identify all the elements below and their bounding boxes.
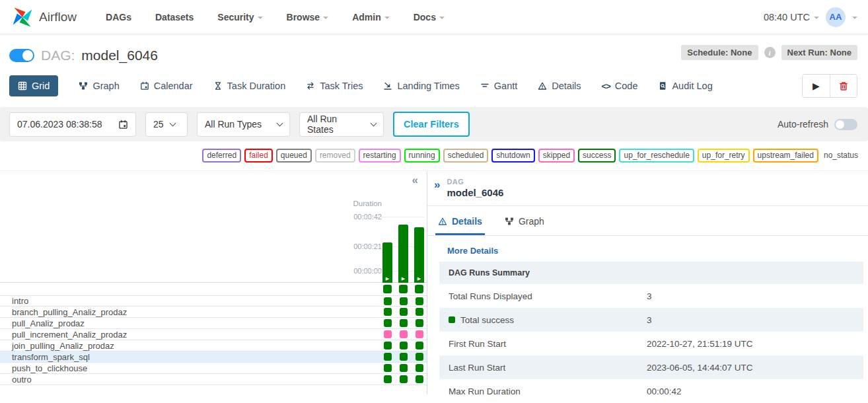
run-states-select[interactable]: All Run States: [299, 112, 384, 137]
view-tab-task-tries[interactable]: Task Tries: [306, 81, 363, 91]
details-icon: [538, 81, 547, 91]
legend-badge-restarting: restarting: [359, 149, 401, 163]
nav-item-datasets[interactable]: Datasets: [155, 12, 194, 22]
legend-badge-up-for-retry: up_for_retry: [698, 149, 750, 163]
task-instance-square[interactable]: [416, 308, 423, 316]
dag-run-square[interactable]: [383, 285, 392, 293]
chevron-down-icon[interactable]: [852, 17, 857, 19]
chevron-down-icon: [277, 120, 283, 126]
task-row-intro[interactable]: intro: [0, 295, 427, 307]
grid-icon: [18, 81, 27, 91]
dag-run-square[interactable]: [415, 285, 423, 293]
task-instance-square[interactable]: [400, 308, 408, 316]
task-row-join-pulling-analiz-prodaz[interactable]: join_pulling_Analiz_prodaz: [0, 340, 427, 351]
task-instance-square[interactable]: [416, 297, 423, 305]
task-instance-square[interactable]: [384, 375, 392, 383]
task-instance-square[interactable]: [416, 364, 423, 372]
summary-row-value: 00:00:42: [647, 386, 682, 396]
nav-right: 08:40 UTC AA: [764, 7, 857, 27]
task-instance-square[interactable]: [384, 308, 392, 316]
view-tab-audit-log[interactable]: Audit Log: [658, 81, 712, 91]
task-row-push-to-clickhouse[interactable]: push_to_clickhouse: [0, 363, 427, 374]
dag-run-duration-bar[interactable]: ▶: [382, 242, 392, 283]
main-content: « Duration 00:00:4200:00:2100:00:00▶▶▶ i…: [0, 171, 868, 394]
info-icon[interactable]: i: [764, 47, 776, 58]
dag-run-square[interactable]: [399, 285, 408, 293]
delete-dag-button[interactable]: [830, 75, 857, 97]
dag-pause-toggle[interactable]: [9, 49, 34, 62]
run-states-value: All Run States: [307, 114, 365, 135]
task-instance-square[interactable]: [400, 353, 408, 361]
page-size-select[interactable]: 25: [145, 112, 188, 137]
airflow-brand[interactable]: Airflow: [11, 5, 77, 29]
task-instance-square[interactable]: [416, 353, 423, 361]
task-row-pull-increment-analiz-prodaz[interactable]: pull_increment_Analiz_prodaz: [0, 329, 427, 340]
panel-kicker: DAG: [447, 178, 503, 186]
task-instance-square[interactable]: [384, 342, 392, 349]
brand-name: Airflow: [39, 10, 77, 24]
task-instance-square[interactable]: [416, 319, 423, 327]
task-instance-square[interactable]: [400, 375, 408, 383]
task-instance-square[interactable]: [400, 297, 408, 305]
auto-refresh-toggle[interactable]: [834, 119, 857, 130]
view-tab-grid[interactable]: Grid: [9, 75, 58, 96]
task-name: pull_Analiz_prodaz: [12, 318, 85, 328]
duration-axis-title: Duration: [353, 200, 382, 207]
task-instance-square[interactable]: [400, 330, 408, 338]
run-types-value: All Run Types: [205, 119, 262, 129]
task-instance-square[interactable]: [416, 330, 423, 338]
task-instance-square[interactable]: [384, 319, 392, 327]
trigger-dag-button[interactable]: ▶: [803, 75, 830, 97]
clear-filters-button[interactable]: Clear Filters: [393, 112, 470, 137]
task-instance-square[interactable]: [416, 375, 423, 383]
dag-run-duration-bar[interactable]: ▶: [414, 227, 424, 283]
nav-item-dags[interactable]: DAGs: [106, 12, 131, 22]
task-row-transform-spark-sql[interactable]: transform_spark_sql: [0, 351, 427, 363]
nav-item-security[interactable]: Security: [217, 12, 262, 22]
view-tab-details[interactable]: Details: [538, 81, 581, 91]
task-name: transform_spark_sql: [12, 352, 90, 362]
base-date-input[interactable]: 07.06.2023 08:38:58: [9, 112, 136, 137]
task-instance-square[interactable]: [400, 319, 408, 327]
view-tab-code[interactable]: <>Code: [602, 81, 638, 91]
dag-action-buttons: ▶: [802, 74, 857, 98]
view-tab-landing-times[interactable]: Landing Times: [383, 81, 459, 91]
task-row-pull-analiz-prodaz[interactable]: pull_Analiz_prodaz: [0, 318, 427, 329]
view-tab-graph[interactable]: Graph: [79, 81, 119, 91]
auto-refresh-control: Auto-refresh: [778, 119, 857, 130]
legend-badge-upstream-failed: upstream_failed: [753, 149, 818, 163]
run-types-select[interactable]: All Run Types: [197, 112, 290, 137]
view-tab-task-duration[interactable]: Task Duration: [213, 81, 286, 91]
legend-badge-shutdown: shutdown: [491, 149, 534, 163]
task-row-outro[interactable]: outro: [0, 374, 427, 385]
task-instance-square[interactable]: [416, 342, 423, 349]
view-tab-calendar[interactable]: Calendar: [140, 81, 193, 91]
avatar[interactable]: AA: [826, 7, 846, 27]
clock-dropdown[interactable]: 08:40 UTC: [764, 12, 819, 22]
summary-row-total-success: Total success3: [439, 308, 863, 332]
more-details-link[interactable]: More Details: [447, 246, 498, 256]
task-instance-square[interactable]: [384, 330, 392, 338]
legend-badge-running: running: [404, 149, 440, 163]
expand-panel-icon[interactable]: »: [434, 179, 440, 190]
dag-run-duration-bar[interactable]: ▶: [398, 225, 408, 283]
summary-row-value: 2023-06-05, 14:44:07 UTC: [647, 363, 753, 373]
task-row-branch-pulling-analiz-prodaz[interactable]: branch_pulling_Analiz_prodaz: [0, 307, 427, 318]
summary-header-row: DAG Runs Summary: [439, 262, 863, 284]
chevron-down-icon: [258, 17, 263, 19]
task-instance-square[interactable]: [384, 353, 392, 361]
task-instance-square[interactable]: [384, 364, 392, 372]
nav-item-admin[interactable]: Admin: [352, 12, 390, 22]
view-tab-gantt[interactable]: Gantt: [480, 81, 517, 91]
task-instance-squares: [384, 308, 423, 316]
graph-icon: [505, 217, 514, 226]
details-panel-tab-details[interactable]: Details: [435, 210, 485, 235]
summary-row-max-run-duration: Max Run Duration00:00:42: [439, 379, 863, 403]
task-instance-square[interactable]: [400, 364, 408, 372]
details-panel-tab-graph[interactable]: Graph: [502, 210, 547, 235]
nav-item-docs[interactable]: Docs: [414, 12, 445, 22]
summary-row-label: Max Run Duration: [449, 386, 647, 396]
task-instance-square[interactable]: [384, 297, 392, 305]
nav-item-browse[interactable]: Browse: [287, 12, 329, 22]
task-instance-square[interactable]: [400, 342, 408, 349]
